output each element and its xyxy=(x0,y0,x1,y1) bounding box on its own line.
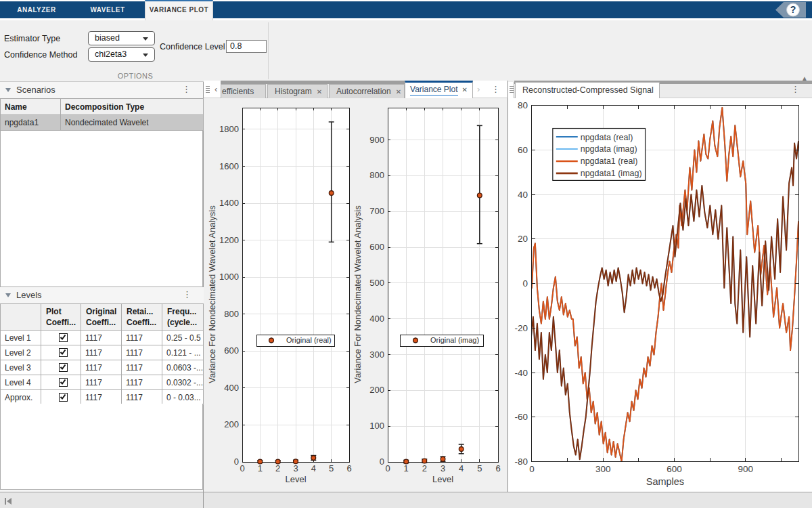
svg-text:2: 2 xyxy=(422,463,427,473)
svg-text:-20: -20 xyxy=(514,323,527,333)
svg-text:300: 300 xyxy=(369,350,384,360)
svg-text:800: 800 xyxy=(224,309,239,319)
svg-text:1: 1 xyxy=(258,463,263,473)
svg-text:400: 400 xyxy=(369,314,384,324)
svg-text:npgdata (real): npgdata (real) xyxy=(581,133,633,142)
svg-text:1000: 1000 xyxy=(219,272,239,282)
svg-text:0: 0 xyxy=(385,463,390,473)
svg-text:0: 0 xyxy=(234,457,239,467)
svg-text:1600: 1600 xyxy=(219,161,239,171)
svg-text:200: 200 xyxy=(369,385,384,395)
svg-text:0: 0 xyxy=(529,464,534,474)
svg-text:Level: Level xyxy=(432,474,453,484)
svg-text:1200: 1200 xyxy=(219,235,239,245)
svg-text:0: 0 xyxy=(240,463,244,473)
svg-text:600: 600 xyxy=(369,242,384,252)
svg-text:800: 800 xyxy=(369,170,384,180)
svg-text:400: 400 xyxy=(224,383,239,393)
svg-text:npgdata (imag): npgdata (imag) xyxy=(581,144,637,154)
svg-text:5: 5 xyxy=(329,463,334,473)
svg-text:60: 60 xyxy=(518,145,528,155)
svg-text:npgdata1 (imag): npgdata1 (imag) xyxy=(581,169,642,178)
svg-text:5: 5 xyxy=(477,463,482,473)
svg-text:3: 3 xyxy=(441,463,445,473)
svg-text:900: 900 xyxy=(738,464,753,474)
svg-text:Original (real): Original (real) xyxy=(286,336,332,344)
svg-text:npgdata1 (real): npgdata1 (real) xyxy=(581,156,638,166)
svg-text:1800: 1800 xyxy=(219,124,239,134)
svg-text:Variance For Nondecimated Wave: Variance For Nondecimated Wavelet Analys… xyxy=(353,205,363,383)
svg-text:-80: -80 xyxy=(514,457,527,467)
svg-text:80: 80 xyxy=(518,100,528,110)
svg-text:0: 0 xyxy=(522,278,527,289)
svg-text:?: ? xyxy=(790,4,796,15)
svg-text:4: 4 xyxy=(311,463,316,473)
svg-text:Level: Level xyxy=(285,474,306,484)
svg-text:600: 600 xyxy=(667,464,681,474)
svg-text:2: 2 xyxy=(275,463,280,473)
svg-text:600: 600 xyxy=(224,345,239,356)
svg-text:1: 1 xyxy=(404,463,409,473)
svg-text:-60: -60 xyxy=(514,412,527,422)
svg-text:100: 100 xyxy=(369,421,384,431)
svg-text:6: 6 xyxy=(495,463,500,473)
svg-text:1400: 1400 xyxy=(219,198,239,208)
svg-text:Samples: Samples xyxy=(646,476,684,487)
svg-text:Variance For Nondecimated Wave: Variance For Nondecimated Wavelet Analys… xyxy=(207,205,217,383)
svg-text:40: 40 xyxy=(518,190,528,200)
svg-text:500: 500 xyxy=(369,278,384,288)
svg-text:20: 20 xyxy=(518,234,528,244)
svg-text:700: 700 xyxy=(369,206,384,216)
svg-text:-40: -40 xyxy=(514,368,527,378)
svg-text:Original (imag): Original (imag) xyxy=(430,336,479,344)
svg-text:0: 0 xyxy=(380,457,384,467)
svg-text:300: 300 xyxy=(595,464,610,474)
svg-text:900: 900 xyxy=(369,135,384,145)
svg-text:200: 200 xyxy=(224,419,239,429)
svg-text:6: 6 xyxy=(346,463,351,473)
svg-text:4: 4 xyxy=(459,463,464,473)
svg-text:3: 3 xyxy=(293,463,298,473)
